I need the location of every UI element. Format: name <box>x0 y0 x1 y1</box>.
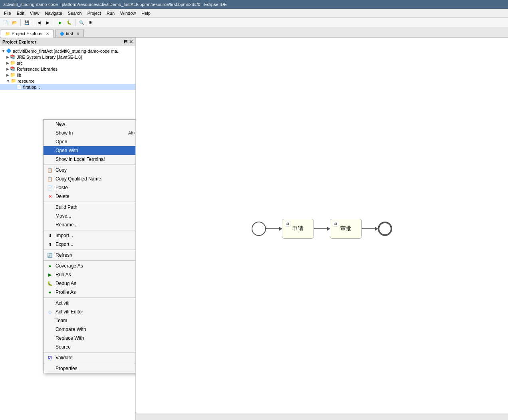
menu-search[interactable]: Search <box>65 10 84 16</box>
menu-window[interactable]: Window <box>118 10 138 16</box>
tree-firstbp-label: first.bp... <box>23 85 40 89</box>
tree-jre[interactable]: ▶ 📚 JRE System Library [JavaSE-1.8] <box>0 54 135 60</box>
ctx-activitieditor-label: Activiti Editor <box>56 309 83 315</box>
ctx-delete[interactable]: ✕ Delete Delete <box>44 192 136 201</box>
tree-lib[interactable]: ▶ 📁 lib <box>0 72 135 78</box>
tree-resource[interactable]: ▼ 📁 resource <box>0 78 135 84</box>
menu-edit[interactable]: Edit <box>14 10 27 16</box>
ctx-refresh[interactable]: 🔄 Refresh F5 <box>44 251 136 260</box>
menu-project[interactable]: Project <box>85 10 103 16</box>
ctx-showin[interactable]: Show In Alt+Shift+W ▶ <box>44 129 136 137</box>
ctx-profileas-label: Profile As <box>56 289 76 295</box>
toolbar-debug[interactable]: 🐛 <box>65 19 73 27</box>
toolbar-search[interactable]: 🔍 <box>77 19 85 27</box>
tab-first[interactable]: 🔷 first ✕ <box>55 30 84 37</box>
firstbp-icon: 📄 <box>16 84 22 89</box>
tree-root[interactable]: ▼ 🔷 activitiDemo_firstAct [activiti6_stu… <box>0 48 135 54</box>
tree-firstbp[interactable]: ▶ 📄 first.bp... <box>0 84 135 90</box>
ctx-activiti-icon <box>47 300 53 306</box>
tab-project-explorer[interactable]: 📁 Project Explorer ✕ <box>1 30 54 38</box>
ctx-profileas[interactable]: ● Profile As ▶ <box>44 288 136 297</box>
first-tab-close-icon[interactable]: ✕ <box>76 32 79 36</box>
bpmn-start-event[interactable] <box>252 222 266 236</box>
toolbar-settings[interactable]: ⚙ <box>86 19 94 27</box>
editor-area: ⊟ 申请 ⊟ 审批 <box>136 38 508 420</box>
ctx-sep-2 <box>44 202 136 202</box>
sidebar-title: Project Explorer <box>2 40 36 44</box>
bpmn-flow: ⊟ 申请 ⊟ 审批 <box>252 219 392 239</box>
ctx-sep-3 <box>44 230 136 230</box>
tree-root-label: activitiDemo_firstAct [activiti6_studing… <box>13 49 121 53</box>
ctx-source[interactable]: Source ▶ <box>44 343 136 351</box>
toolbar-forward[interactable]: ▶ <box>44 19 52 27</box>
ctx-new[interactable]: New ▶ <box>44 120 136 129</box>
ctx-sep-4 <box>44 250 136 250</box>
ctx-activitieditor[interactable]: ◇ Activiti Editor ▶ <box>44 307 136 316</box>
ctx-showinlocal[interactable]: Show in Local Terminal ▶ <box>44 155 136 164</box>
bpmn-end-event[interactable] <box>378 222 392 236</box>
resource-icon: 📁 <box>11 78 16 83</box>
first-tab-icon: 🔷 <box>60 32 64 36</box>
bpmn-arrow-2 <box>314 228 330 229</box>
ctx-team-label: Team <box>56 318 67 323</box>
ctx-move-label: Move... <box>56 213 71 219</box>
toolbar-open[interactable]: 📂 <box>10 19 18 27</box>
ctx-debugas-icon: 🐛 <box>47 280 53 287</box>
menu-help[interactable]: Help <box>139 10 153 16</box>
ctx-runas[interactable]: ▶ Run As ▶ <box>44 270 136 279</box>
sidebar-close-icon[interactable]: ✕ <box>129 39 133 45</box>
ctx-properties[interactable]: Properties Alt+Enter <box>44 364 136 373</box>
toolbar-new[interactable]: 📄 <box>2 19 10 27</box>
menu-bar: File Edit View Navigate Search Project R… <box>0 9 508 18</box>
ctx-paste[interactable]: 📄 Paste Ctrl+V <box>44 183 136 192</box>
tree-reflibs-label: Referenced Libraries <box>17 67 58 71</box>
ctx-move[interactable]: Move... <box>44 212 136 220</box>
ctx-properties-label: Properties <box>56 366 77 371</box>
toolbar-back[interactable]: ◀ <box>35 19 43 27</box>
ctx-activitieditor-icon: ◇ <box>47 309 53 315</box>
ctx-openwith-label: Open With <box>56 148 78 153</box>
toolbar-sep-2 <box>33 19 33 26</box>
toolbar-save[interactable]: 💾 <box>23 19 31 27</box>
bpmn-task-approve[interactable]: ⊟ 审批 <box>330 219 362 239</box>
ctx-activiti[interactable]: Activiti ▶ <box>44 299 136 307</box>
ctx-replacewith[interactable]: Replace With ▶ <box>44 334 136 343</box>
ctx-coverageas[interactable]: ● Coverage As ▶ <box>44 262 136 270</box>
ctx-export[interactable]: ⬆ Export... <box>44 240 136 249</box>
ctx-buildpath[interactable]: Build Path ▶ <box>44 203 136 212</box>
ctx-showin-label: Show In <box>56 130 73 136</box>
tree-reflibss[interactable]: ▶ 📚 Referenced Libraries <box>0 66 135 72</box>
ctx-source-label: Source <box>56 344 71 350</box>
reflibs-icon: 📚 <box>10 66 16 71</box>
ctx-team[interactable]: Team ▶ <box>44 316 136 325</box>
ctx-validate[interactable]: ☑ Validate <box>44 353 136 362</box>
ctx-buildpath-icon <box>47 204 53 210</box>
ctx-import[interactable]: ⬇ Import... <box>44 231 136 240</box>
ctx-copyqualified[interactable]: 📋 Copy Qualified Name <box>44 174 136 183</box>
bpmn-arrow-3 <box>362 228 378 229</box>
toolbar-run[interactable]: ▶ <box>56 19 64 27</box>
bpmn-task-apply[interactable]: ⊟ 申请 <box>282 219 314 239</box>
sidebar: Project Explorer ⊟ ✕ ▼ 🔷 activitiDemo_fi… <box>0 38 136 420</box>
project-explorer-icon: 📁 <box>5 32 10 36</box>
ctx-refresh-icon: 🔄 <box>47 252 53 258</box>
tree-src[interactable]: ▶ 📁 src <box>0 60 135 66</box>
menu-run[interactable]: Run <box>104 10 117 16</box>
ctx-debugas[interactable]: 🐛 Debug As ▶ <box>44 279 136 288</box>
reflibs-arrow: ▶ <box>6 67 9 71</box>
ctx-open[interactable]: Open F3 <box>44 137 136 146</box>
ctx-validate-icon: ☑ <box>47 355 53 361</box>
ctx-openwith[interactable]: Open With ▶ <box>44 146 136 155</box>
task-apply-icon: ⊟ <box>285 221 290 226</box>
tab-close-icon[interactable]: ✕ <box>46 32 49 36</box>
ctx-rename[interactable]: Rename... F2 <box>44 220 136 229</box>
ctx-copy[interactable]: 📋 Copy Ctrl+C <box>44 166 136 174</box>
ctx-comparewith[interactable]: Compare With ▶ <box>44 325 136 334</box>
tree-resource-label: resource <box>18 79 35 83</box>
menu-navigate[interactable]: Navigate <box>42 10 64 16</box>
sidebar-minimize-icon[interactable]: ⊟ <box>124 39 127 45</box>
context-menu: New ▶ Show In Alt+Shift+W ▶ Open <box>43 119 136 373</box>
menu-file[interactable]: File <box>2 10 14 16</box>
ctx-delete-icon: ✕ <box>47 193 53 200</box>
menu-view[interactable]: View <box>28 10 42 16</box>
